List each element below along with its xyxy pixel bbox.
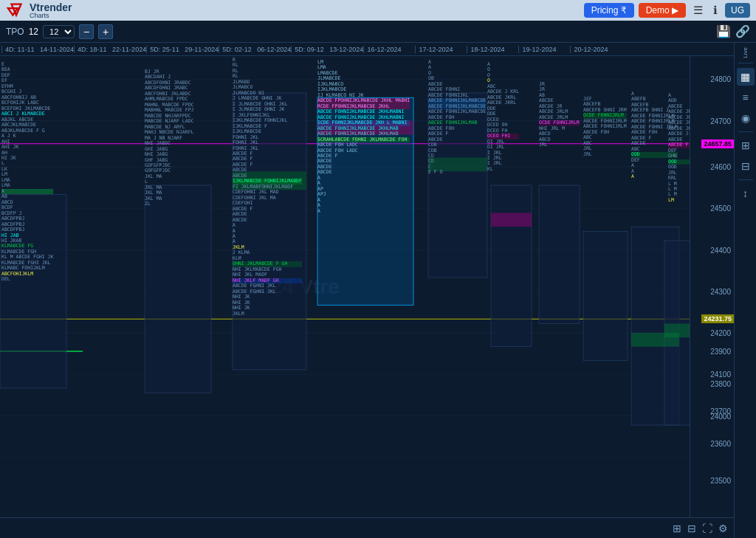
date-segment: 5D: 02-12 06-12-2024	[219, 46, 291, 53]
sidebar-btn-grid[interactable]: ⊞	[737, 137, 755, 154]
chart-area: 4D: 11-11 14-11-2024 4D: 18-11 22-11-202…	[0, 43, 734, 538]
profile-col-1: E BEA DEF EF EFHM BCGHI J ABCFOHNIJ AB B…	[1, 62, 53, 283]
date-segment: 5D: 25-11 29-11-2024	[146, 46, 219, 53]
toolbar-left: TPO 12 12 6 3 − +	[6, 24, 710, 39]
date-header: 4D: 11-11 14-11-2024 4D: 18-11 22-11-202…	[0, 43, 734, 56]
bottom-toolbar: ⊞ ⊟ ⛶ ⚙	[0, 517, 734, 538]
toolbar: TPO 12 12 6 3 − + 💾 🔗	[0, 21, 756, 43]
date-segment: 16-12-2024	[363, 46, 415, 53]
main-container: 4D: 11-11 14-11-2024 4D: 18-11 22-11-202…	[0, 43, 756, 538]
live-label: Live	[742, 47, 749, 58]
date-segment: 18-12-2024	[467, 46, 518, 53]
compact-button[interactable]: ⊟	[687, 523, 696, 534]
svg-rect-30	[664, 324, 690, 338]
sidebar-btn-circle[interactable]: ◉	[737, 109, 755, 127]
date-segment: 4D: 18-11 22-11-2024	[74, 46, 146, 53]
tpo-label: TPO	[6, 27, 24, 37]
price-tag-pink: 24657.85	[701, 139, 734, 148]
logo-area: Vtrender Charts	[6, 1, 72, 19]
top-nav: Vtrender Charts Pricing ₹ Demo ▶ ☰ ℹ UG	[0, 0, 756, 21]
menu-icon[interactable]: ☰	[690, 2, 706, 18]
sidebar-divider	[738, 179, 753, 180]
tpo-dropdown[interactable]: 12 6 3	[43, 25, 75, 38]
nav-right: Pricing ₹ Demo ▶ ☰ ℹ UG	[584, 2, 750, 18]
profile-col-3: R RL RL RL JLMABD JLMABCO JLMABCDO NI J …	[233, 58, 302, 317]
profile-col-2: BJ JR ABCDAHI J ABCDFOHNI JRABDC ABCDFOH…	[145, 69, 194, 207]
right-sidebar: Live ▦ ≡ ◉ ⊞ ⊟ ↕	[734, 43, 756, 538]
toolbar-right: 💾 🔗	[716, 24, 750, 38]
fullscreen-button[interactable]: ⛶	[702, 523, 712, 534]
sidebar-divider	[738, 63, 753, 63]
logo-icon	[6, 2, 27, 18]
price-axis: 24800 24700 24600 24500 24400 24300 2420…	[690, 56, 734, 517]
date-segment: 4D: 11-11 14-11-2024	[1, 46, 74, 53]
plus-button[interactable]: +	[98, 24, 113, 39]
profile-col-4: LM LMA LMABCDE JLMABCDE IJKLMABCO IJKLMA…	[317, 60, 410, 214]
info-icon[interactable]: ℹ	[710, 2, 721, 18]
profile-col-day2: JR JR AB ABCDE ABCDE JR ABCDE JRLM ABCDE…	[539, 82, 580, 148]
date-segment: 17-12-2024	[415, 46, 467, 53]
chart-canvas: 2024 Vtre	[0, 56, 734, 517]
price-tag-yellow: 24231.75	[701, 314, 734, 323]
sidebar-btn-minus[interactable]: ⊟	[737, 157, 755, 175]
tpo-value: 12	[29, 27, 38, 37]
sidebar-btn-arrows[interactable]: ↕	[737, 184, 755, 202]
profile-col-5: A A O OB ABCDE ABCDE FOHNI ABCDE FOHNIJK…	[428, 60, 486, 176]
sidebar-btn-list[interactable]: ≡	[737, 89, 755, 106]
demo-button[interactable]: Demo ▶	[639, 3, 686, 18]
svg-rect-16	[145, 185, 211, 393]
save-button[interactable]: 💾	[716, 24, 731, 38]
svg-rect-22	[583, 232, 628, 361]
sidebar-btn-chart[interactable]: ▦	[737, 68, 755, 86]
sidebar-divider	[738, 131, 753, 132]
svg-rect-28	[491, 213, 532, 227]
profile-col-day3: JEF ABCEFB ABCEFB OHNI JRM OCDE FOHNIJRL…	[583, 97, 627, 157]
date-segment: 20-12-2024	[570, 46, 622, 53]
svg-rect-21	[539, 185, 580, 324]
date-segment: 5D: 09-12 13-12-2024	[291, 46, 363, 53]
settings-button[interactable]: ⚙	[718, 523, 728, 534]
grid-button[interactable]: ⊞	[673, 523, 681, 534]
date-segment: 19-12-2024	[518, 46, 570, 53]
svg-rect-20	[491, 185, 532, 347]
share-button[interactable]: 🔗	[735, 24, 750, 38]
profile-col-day1: A O O O ABC ABCDE J KRL ABCDE JKRL ABCDE…	[487, 62, 519, 172]
minus-button[interactable]: −	[79, 24, 94, 39]
user-button[interactable]: UG	[725, 3, 750, 18]
pricing-button[interactable]: Pricing ₹	[584, 3, 634, 18]
